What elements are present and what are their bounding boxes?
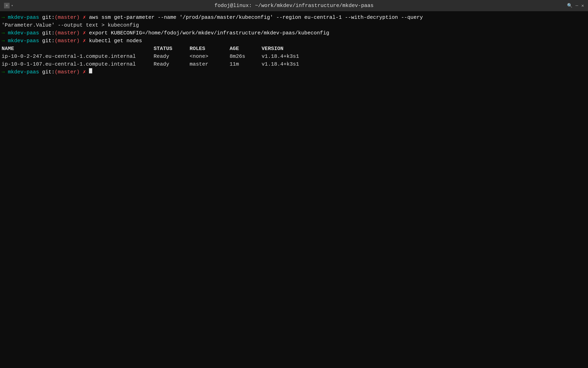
prompt-git-3: git: bbox=[39, 37, 55, 45]
title-bar-left: ≡ ▾ bbox=[4, 3, 13, 9]
prompt-branch-2: (master) bbox=[55, 29, 80, 37]
terminal-cursor bbox=[89, 68, 92, 74]
prompt-dir-2: mkdev-paas bbox=[8, 29, 39, 37]
prompt-dir-1: mkdev-paas bbox=[8, 14, 39, 21]
prompt-git-final: git: bbox=[39, 68, 55, 76]
table-header-row: NAME STATUS ROLES AGE VERSION bbox=[2, 45, 586, 53]
terminal-window: ≡ ▾ fodoj@linux: ~/work/mkdev/infrastruc… bbox=[0, 0, 588, 368]
prompt-arrow: → bbox=[2, 14, 8, 21]
dropdown-arrow-icon[interactable]: ▾ bbox=[11, 4, 13, 8]
prompt-dir-3: mkdev-paas bbox=[8, 37, 39, 45]
prompt-git-1: git: bbox=[39, 14, 55, 21]
terminal-line-3: → mkdev-paas git: (master) ✗ export KUBE… bbox=[2, 29, 586, 37]
prompt-arrow-3: → bbox=[2, 37, 8, 45]
terminal-line-final: → mkdev-paas git: (master) ✗ bbox=[2, 68, 586, 76]
prompt-arrow-final: → bbox=[2, 68, 8, 76]
table-row-2: ip-10-0-1-107.eu-central-1.compute.inter… bbox=[2, 60, 586, 68]
prompt-x-2: ✗ bbox=[80, 29, 86, 37]
prompt-end bbox=[86, 68, 89, 76]
cmd-aws-ssm: aws ssm get-parameter --name '/prod/paas… bbox=[86, 14, 423, 21]
terminal-content[interactable]: → mkdev-paas git: (master) ✗ aws ssm get… bbox=[0, 11, 588, 368]
node-age-1: 8m26s bbox=[230, 53, 262, 60]
terminal-line-1: → mkdev-paas git: (master) ✗ aws ssm get… bbox=[2, 14, 586, 21]
minimize-icon[interactable]: — bbox=[576, 3, 578, 8]
node-version-2: v1.18.4+k3s1 bbox=[262, 60, 299, 68]
terminal-line-2: 'Parameter.Value' --output text > kubeco… bbox=[2, 21, 586, 29]
node-age-2: 11m bbox=[230, 60, 262, 68]
col-status-header: STATUS bbox=[154, 45, 190, 53]
cmd-export-kubeconfig: export KUBECONFIG=/home/fodoj/work/mkdev… bbox=[86, 29, 329, 37]
prompt-dir-final: mkdev-paas bbox=[8, 68, 39, 76]
node-roles-1: <none> bbox=[190, 53, 230, 60]
title-bar-controls: 🔍 — ✕ bbox=[567, 3, 584, 9]
cmd-continuation: 'Parameter.Value' --output text > kubeco… bbox=[2, 21, 139, 29]
menu-icon[interactable]: ≡ bbox=[4, 3, 9, 9]
prompt-branch-3: (master) bbox=[55, 37, 80, 45]
prompt-x-final: ✗ bbox=[80, 68, 86, 76]
prompt-arrow-2: → bbox=[2, 29, 8, 37]
terminal-line-4: → mkdev-paas git: (master) ✗ kubectl get… bbox=[2, 37, 586, 45]
col-version-header: VERSION bbox=[262, 45, 283, 53]
prompt-x-1: ✗ bbox=[80, 14, 86, 21]
col-name-header: NAME bbox=[2, 45, 154, 53]
title-bar: ≡ ▾ fodoj@linux: ~/work/mkdev/infrastruc… bbox=[0, 0, 588, 11]
cmd-kubectl-get-nodes: kubectl get nodes bbox=[86, 37, 142, 45]
prompt-branch-final: (master) bbox=[55, 68, 80, 76]
table-row-1: ip-10-0-2-247.eu-central-1.compute.inter… bbox=[2, 53, 586, 60]
node-name-1: ip-10-0-2-247.eu-central-1.compute.inter… bbox=[2, 53, 154, 60]
col-roles-header: ROLES bbox=[190, 45, 230, 53]
node-name-2: ip-10-0-1-107.eu-central-1.compute.inter… bbox=[2, 60, 154, 68]
node-status-1: Ready bbox=[154, 53, 190, 60]
col-age-header: AGE bbox=[230, 45, 262, 53]
prompt-x-3: ✗ bbox=[80, 37, 86, 45]
prompt-git-2: git: bbox=[39, 29, 55, 37]
window-title: fodoj@linux: ~/work/mkdev/infrastructure… bbox=[214, 3, 374, 9]
search-icon[interactable]: 🔍 bbox=[567, 3, 572, 9]
node-status-2: Ready bbox=[154, 60, 190, 68]
node-roles-2: master bbox=[190, 60, 230, 68]
node-version-1: v1.18.4+k3s1 bbox=[262, 53, 299, 60]
prompt-branch-1: (master) bbox=[55, 14, 80, 21]
close-icon[interactable]: ✕ bbox=[581, 3, 584, 9]
